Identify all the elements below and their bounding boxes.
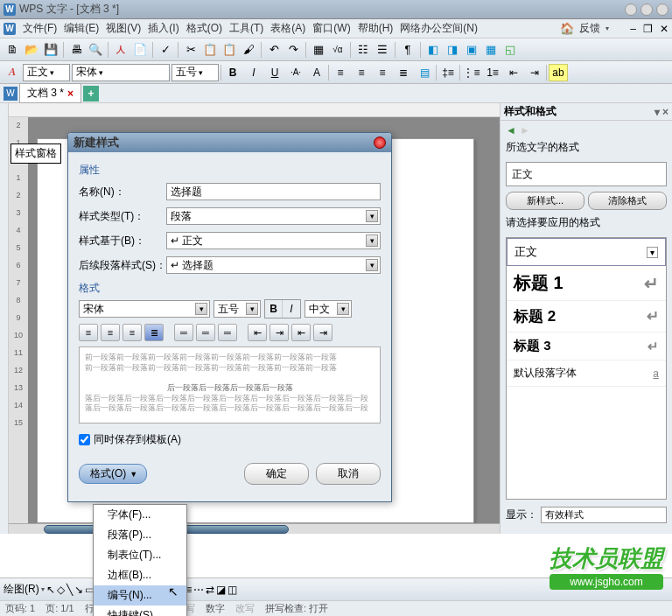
3d-icon[interactable]: ◫ bbox=[228, 584, 237, 596]
style-item-default[interactable]: 默认段落字体a bbox=[507, 360, 666, 387]
line-icon[interactable]: ╲ bbox=[66, 584, 73, 596]
clear-format-button[interactable]: 清除格式 bbox=[588, 192, 667, 210]
menu-edit[interactable]: 编辑(E) bbox=[60, 19, 102, 38]
pdf-icon[interactable]: 人 bbox=[112, 41, 130, 59]
menu-font[interactable]: 字体(F)... bbox=[94, 505, 186, 525]
font-grow-icon[interactable]: ·A· bbox=[286, 64, 305, 81]
save-template-checkbox[interactable] bbox=[79, 434, 90, 445]
align-justify-icon[interactable]: ≣ bbox=[144, 324, 164, 341]
select-icon[interactable]: ↖ bbox=[46, 584, 55, 596]
name-input[interactable]: 选择题 bbox=[166, 183, 381, 200]
style-combo[interactable]: 正文 bbox=[23, 64, 70, 81]
align-center-icon[interactable]: ≡ bbox=[352, 64, 371, 81]
print-icon[interactable]: 🖶 bbox=[67, 41, 85, 59]
fontsize-combo[interactable]: 五号 bbox=[172, 64, 219, 81]
inner-close[interactable]: ✕ bbox=[660, 23, 668, 35]
based-select[interactable]: ↵ 正文▾ bbox=[166, 232, 381, 249]
menu-tabs[interactable]: 制表位(T)... bbox=[94, 545, 186, 565]
menu-shortcut[interactable]: 快捷键(S)... bbox=[94, 606, 186, 616]
status-num[interactable]: 数字 bbox=[206, 602, 225, 615]
numbering-icon[interactable]: 1≡ bbox=[483, 64, 502, 81]
showmarks-icon[interactable]: ¶ bbox=[399, 41, 416, 59]
panel-close-icon[interactable]: ▾ × bbox=[654, 106, 668, 118]
menu-help[interactable]: 帮助(H) bbox=[354, 19, 397, 38]
underline-button[interactable]: U bbox=[265, 64, 284, 81]
indent-dec-icon[interactable]: ⇤ bbox=[248, 324, 267, 341]
font-shrink-icon[interactable]: A bbox=[307, 64, 326, 81]
menu-tools[interactable]: 工具(T) bbox=[226, 19, 267, 38]
draw-menu[interactable]: 绘图(R) bbox=[4, 582, 39, 597]
selected-format-box[interactable]: 正文 bbox=[506, 162, 667, 186]
feedback-link[interactable]: 反馈 bbox=[576, 19, 604, 38]
new-tab-button[interactable]: + bbox=[83, 86, 99, 102]
paint-icon[interactable]: 🖌 bbox=[240, 41, 257, 59]
shadow-icon[interactable]: ◪ bbox=[216, 584, 226, 596]
inner-minimize[interactable]: – bbox=[630, 23, 636, 35]
outline-icon[interactable]: ☰ bbox=[374, 41, 391, 59]
style-item-h1[interactable]: 标题 1↵ bbox=[507, 266, 666, 301]
dialog-size-select[interactable]: 五号▾ bbox=[214, 300, 261, 318]
menu-border[interactable]: 边框(B)... bbox=[94, 565, 186, 585]
bullets-icon[interactable]: ⋮≡ bbox=[462, 64, 481, 81]
table-icon[interactable]: ▦ bbox=[310, 41, 327, 59]
style-item-h3[interactable]: 标题 3↵ bbox=[507, 332, 666, 360]
font-combo[interactable]: 宋体 bbox=[72, 64, 170, 81]
align-justify-icon[interactable]: ≣ bbox=[394, 64, 413, 81]
status-spell[interactable]: 拼写检查: 打开 bbox=[265, 602, 328, 615]
blue4-icon[interactable]: ▦ bbox=[482, 41, 500, 59]
indent-icon[interactable]: ⇥ bbox=[525, 64, 544, 81]
document-tab[interactable]: 文档 3 * × bbox=[19, 83, 81, 103]
spellcheck-icon[interactable]: ✓ bbox=[157, 41, 174, 59]
maximize-button[interactable] bbox=[640, 4, 653, 16]
dialog-italic-button[interactable]: I bbox=[283, 300, 300, 318]
dialog-bold-button[interactable]: B bbox=[265, 300, 283, 318]
open-icon[interactable]: 📂 bbox=[23, 41, 40, 59]
menu-format[interactable]: 格式(O) bbox=[183, 19, 226, 38]
linespace-icon[interactable]: ‡≡ bbox=[438, 64, 458, 81]
align-left-icon[interactable]: ≡ bbox=[79, 324, 98, 341]
home-icon[interactable]: 🏠 bbox=[560, 22, 574, 35]
blue3-icon[interactable]: ▣ bbox=[463, 41, 480, 59]
close-button[interactable] bbox=[656, 4, 668, 16]
align-right-icon[interactable]: ≡ bbox=[122, 324, 142, 341]
horizontal-scrollbar[interactable] bbox=[9, 523, 500, 534]
format-dropdown-button[interactable]: 格式(O)▼ bbox=[79, 464, 147, 484]
paste-icon[interactable]: 📋 bbox=[220, 41, 238, 59]
status-overtype[interactable]: 改写 bbox=[235, 602, 255, 615]
dialog-font-select[interactable]: 宋体▾ bbox=[79, 300, 210, 318]
bold-button[interactable]: B bbox=[223, 64, 242, 81]
style-item-body[interactable]: 正文▾ bbox=[507, 238, 666, 266]
dialog-lang-select[interactable]: 中文▾ bbox=[304, 300, 352, 318]
cut-icon[interactable]: ✂ bbox=[182, 41, 200, 59]
styles-icon[interactable]: A bbox=[4, 64, 21, 81]
dash-icon[interactable]: ⋯ bbox=[193, 584, 204, 596]
linespace2-icon[interactable]: ═ bbox=[196, 324, 215, 341]
tab-close-icon[interactable]: × bbox=[67, 88, 74, 100]
outdent-icon[interactable]: ⇤ bbox=[504, 64, 523, 81]
menu-online[interactable]: 网络办公空间(N) bbox=[396, 19, 481, 38]
blue2-icon[interactable]: ◨ bbox=[444, 41, 461, 59]
blue1-icon[interactable]: ◧ bbox=[424, 41, 442, 59]
align-dist-icon[interactable]: ▤ bbox=[415, 64, 434, 81]
next-select[interactable]: ↵ 选择题▾ bbox=[166, 256, 381, 274]
undo-icon[interactable]: ↶ bbox=[265, 41, 283, 59]
save-icon[interactable]: 💾 bbox=[42, 41, 60, 59]
align-center-icon[interactable]: ≡ bbox=[101, 324, 120, 341]
outdent-icon[interactable]: ⇤ bbox=[291, 324, 311, 341]
menu-table[interactable]: 表格(A) bbox=[267, 19, 309, 38]
italic-button[interactable]: I bbox=[244, 64, 263, 81]
redo-icon[interactable]: ↷ bbox=[284, 41, 302, 59]
ok-button[interactable]: 确定 bbox=[244, 463, 309, 485]
panel-back-icon[interactable]: ◄ bbox=[506, 124, 516, 136]
indent2-icon[interactable]: ⇥ bbox=[313, 324, 332, 341]
horizontal-ruler[interactable] bbox=[9, 103, 500, 117]
align-right-icon[interactable]: ≡ bbox=[373, 64, 392, 81]
menu-paragraph[interactable]: 段落(P)... bbox=[94, 525, 186, 545]
new-icon[interactable]: 🗎 bbox=[4, 41, 21, 59]
show-select[interactable]: 有效样式 bbox=[541, 507, 667, 523]
linespace1-icon[interactable]: ═ bbox=[174, 324, 193, 341]
menu-file[interactable]: 文件(F) bbox=[19, 19, 60, 38]
cancel-button[interactable]: 取消 bbox=[316, 463, 381, 485]
vertical-ruler[interactable]: 21▾123456789101112131415 bbox=[9, 117, 28, 523]
menu-window[interactable]: 窗口(W) bbox=[309, 19, 354, 38]
